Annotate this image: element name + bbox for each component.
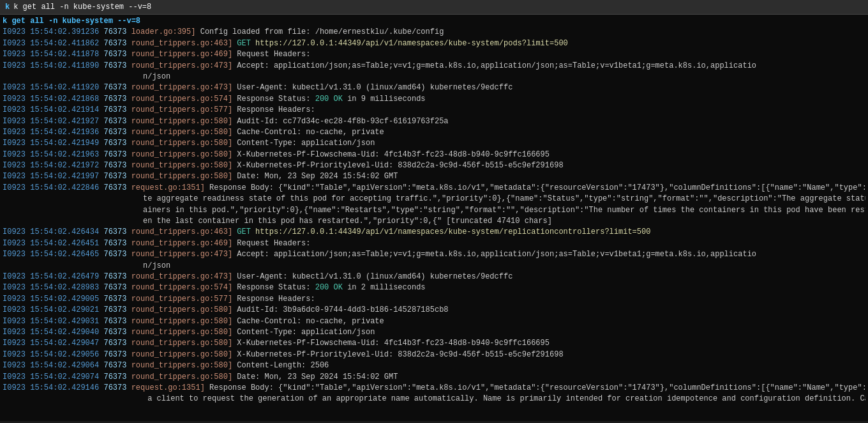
- log-line: I0923 15:54:02.421927 76373 round_trippe…: [3, 116, 865, 127]
- title-icon: k: [5, 3, 10, 12]
- log-line: I0923 15:54:02.411920 76373 round_trippe…: [3, 82, 865, 93]
- log-line: I0923 15:54:02.429005 76373 round_trippe…: [3, 294, 865, 305]
- log-line: I0923 15:54:02.429021 76373 round_trippe…: [3, 305, 865, 316]
- title-bar: k k get all -n kube-system --v=8: [0, 0, 868, 15]
- log-line: I0923 15:54:02.426479 76373 round_trippe…: [3, 272, 865, 282]
- log-line: I0923 15:54:02.421997 76373 round_trippe…: [3, 171, 865, 182]
- log-line: I0923 15:54:02.421972 76373 round_trippe…: [3, 160, 865, 171]
- terminal-title: k get all -n kube-system --v=8: [13, 3, 151, 12]
- log-line: ainers in this pod.","priority":0},{"nam…: [3, 205, 865, 216]
- log-line: I0923 15:54:02.421949 76373 round_trippe…: [3, 138, 865, 149]
- log-line: n/json: [3, 261, 865, 272]
- log-line: I0923 15:54:02.429064 76373 round_trippe…: [3, 360, 865, 371]
- log-line: I0923 15:54:02.411878 76373 round_trippe…: [3, 49, 865, 60]
- log-line: I0923 15:54:02.422846 76373 request.go:1…: [3, 183, 865, 194]
- log-line: I0923 15:54:02.428983 76373 round_trippe…: [3, 282, 865, 293]
- log-line: I0923 15:54:02.421914 76373 round_trippe…: [3, 105, 865, 116]
- log-line: I0923 15:54:02.426451 76373 round_trippe…: [3, 238, 865, 249]
- log-container[interactable]: k get all -n kube-system --v=8I0923 15:5…: [0, 15, 868, 421]
- log-line: I0923 15:54:02.429031 76373 round_trippe…: [3, 316, 865, 327]
- log-line: I0923 15:54:02.421936 76373 round_trippe…: [3, 127, 865, 138]
- log-line: a client to request the generation of an…: [3, 394, 865, 404]
- log-line: I0923 15:54:02.429074 76373 round_trippe…: [3, 372, 865, 383]
- cmd-line: k get all -n kube-system --v=8: [3, 16, 865, 27]
- log-line: I0923 15:54:02.421963 76373 round_trippe…: [3, 150, 865, 160]
- terminal-window: k k get all -n kube-system --v=8 k get a…: [0, 0, 868, 423]
- log-line: te aggregate readiness state of this pod…: [3, 194, 865, 204]
- log-line: I0923 15:54:02.391236 76373 loader.go:39…: [3, 27, 865, 38]
- log-line: I0923 15:54:02.426434 76373 round_trippe…: [3, 227, 865, 238]
- log-line: I0923 15:54:02.421868 76373 round_trippe…: [3, 94, 865, 105]
- log-line: I0923 15:54:02.411862 76373 round_trippe…: [3, 38, 865, 49]
- log-line: n/json: [3, 72, 865, 82]
- log-line: I0923 15:54:02.429146 76373 request.go:1…: [3, 383, 865, 394]
- log-line: I0923 15:54:02.426465 76373 round_trippe…: [3, 249, 865, 260]
- log-line: en the last container in this pod has re…: [3, 216, 865, 227]
- log-line: I0923 15:54:02.429047 76373 round_trippe…: [3, 338, 865, 349]
- log-line: I0923 15:54:02.411890 76373 round_trippe…: [3, 61, 865, 72]
- log-line: I0923 15:54:02.429056 76373 round_trippe…: [3, 350, 865, 360]
- log-line: I0923 15:54:02.429040 76373 round_trippe…: [3, 327, 865, 338]
